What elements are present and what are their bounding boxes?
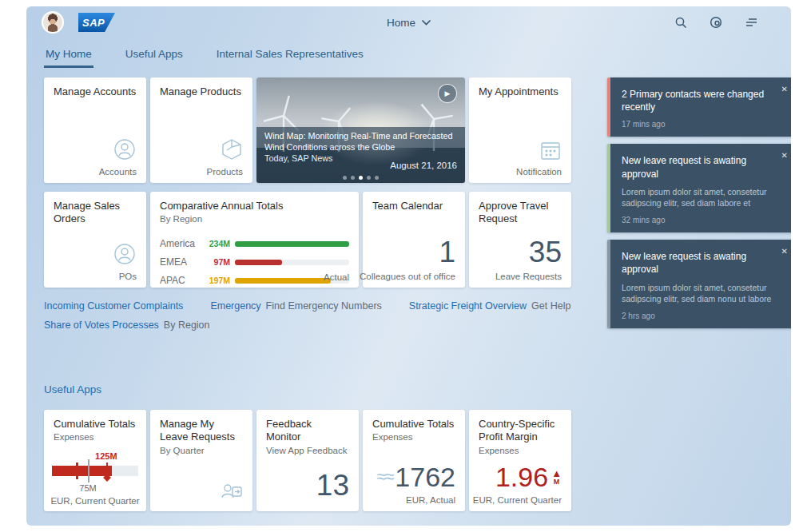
link-subtitle: Get Help: [531, 300, 570, 312]
notification-card[interactable]: New leave request is awating approval Lo…: [607, 240, 791, 328]
play-button-icon[interactable]: ▶: [438, 84, 457, 103]
tile-footer: POs: [113, 242, 137, 281]
tile-manage-products[interactable]: Manage Products Products: [150, 77, 252, 183]
tile-subtitle: View App Feedback: [266, 446, 349, 455]
notification-time: 2 hrs ago: [622, 312, 784, 320]
carousel-dot-active[interactable]: [359, 176, 363, 180]
tile-title: Cumulative Totals: [54, 418, 137, 431]
carousel-dot[interactable]: [375, 176, 379, 180]
kpi-value: 1.96: [495, 463, 548, 490]
kpi-group: 1.96 ▲ M: [495, 463, 562, 490]
tile-manage-my-leave-requests[interactable]: Manage My Leave Requests By Quarter: [150, 410, 252, 511]
kpi-footer: Leave Requests: [495, 272, 562, 281]
tile-country-specific-profit-margin[interactable]: Country-Specific Profit Margin Expenses …: [469, 410, 571, 511]
bullet-marker: [76, 463, 78, 479]
tile-footer: Products: [207, 137, 243, 177]
bullet-bar: [52, 466, 112, 476]
bar-category: America: [160, 238, 205, 249]
kpi-footer: Colleagues out of office: [360, 272, 455, 281]
copilot-icon[interactable]: [709, 15, 723, 30]
tile-manage-accounts[interactable]: Manage Accounts Accounts: [44, 77, 146, 183]
link-incoming-customer-complaints[interactable]: Incoming Customer Complaints: [44, 300, 183, 312]
bar-row: EMEA 97M: [160, 256, 349, 268]
carousel-dot[interactable]: [343, 176, 347, 180]
link-line-2: Share of Votes ProcessesBy Region: [44, 320, 595, 331]
close-icon[interactable]: ✕: [781, 151, 788, 160]
tile-footer: EUR, Current Quarter: [44, 496, 146, 506]
calendar-icon: [539, 139, 562, 161]
tile-title: Cumulative Totals: [372, 418, 455, 431]
notification-body: Lorem ipsum dolor sit amet, consetetur s…: [622, 186, 784, 209]
link-strategic-freight-overview[interactable]: Strategic Freight OverviewGet Help: [409, 300, 571, 312]
tab-internal-sales-representatives[interactable]: Internal Sales Representatives: [215, 40, 365, 68]
horizontal-bar-chart: America 234M EMEA 97M APAC 197M: [160, 238, 349, 293]
kpi-value: 1762: [395, 463, 455, 490]
tile-team-calendar[interactable]: Team Calendar 1 Colleagues out of office: [363, 192, 465, 288]
bar-track: [235, 241, 349, 247]
tab-my-home[interactable]: My Home: [44, 40, 93, 68]
notification-title: New leave request is awating approval: [622, 250, 784, 276]
close-icon[interactable]: ✕: [781, 247, 788, 256]
tile-feedback-monitor[interactable]: Feedback Monitor View App Feedback 13: [256, 410, 359, 511]
news-text: Wind Map: Monitoring Real-Time and Forec…: [264, 130, 457, 163]
tile-title: Manage Sales Orders: [54, 200, 137, 226]
notification-card[interactable]: New leave request is awating approval Lo…: [607, 144, 791, 232]
tile-title: Manage My Leave Requests: [160, 418, 243, 444]
tile-row-1: Manage Accounts Accounts Manage Products…: [44, 77, 572, 183]
tile-subtitle: Expenses: [54, 432, 137, 442]
link-subtitle: By Region: [164, 320, 210, 331]
tile-subtitle: By Quarter: [160, 446, 243, 455]
chart-title: Comparative Annual Totals: [160, 200, 349, 212]
link-line-1: Incoming Customer Complaints EmergencyFi…: [44, 300, 595, 312]
carousel-dot[interactable]: [367, 176, 371, 180]
kpi-footer: EUR, Actual: [406, 495, 455, 505]
carousel-dots: [256, 176, 465, 180]
tile-footer: [221, 481, 243, 505]
notification-time: 17 mins ago: [622, 120, 784, 129]
person-icon: [113, 242, 137, 266]
kpi-group: ≈≈ 1762: [376, 463, 455, 490]
kpi-value: 35: [529, 237, 562, 267]
bullet-threshold: [88, 459, 89, 482]
shell-header: SAP Home: [26, 6, 791, 38]
bar-row: America 234M: [160, 238, 349, 249]
bar: [235, 260, 282, 265]
tile-footer-label: POs: [113, 272, 137, 281]
tile-row-2: Manage Sales Orders POs Comparative Annu…: [44, 192, 572, 288]
tile-subtitle: Expenses: [372, 432, 455, 442]
tile-footer-label: Accounts: [99, 167, 137, 177]
notification-time: 32 mins ago: [622, 216, 784, 224]
tile-cumulative-totals-bullet[interactable]: Cumulative Totals Expenses 125M 75M EUR,…: [44, 410, 146, 511]
bar-value: 197M: [205, 276, 235, 285]
user-avatar[interactable]: [42, 11, 64, 34]
tile-footer-label: Products: [207, 167, 243, 177]
notification-body: Lorem ipsum dolor sit amet, consetetur s…: [622, 282, 784, 305]
sap-logo[interactable]: SAP: [78, 13, 115, 32]
shell-actions: [674, 15, 759, 30]
tile-title: Country-Specific Profit Margin: [479, 418, 562, 444]
search-icon[interactable]: [674, 16, 688, 30]
tile-cumulative-totals-actual[interactable]: Cumulative Totals Expenses ≈≈ 1762 EUR, …: [363, 410, 465, 511]
add-employee-icon: [221, 481, 243, 502]
link-emergency[interactable]: EmergencyFind Emergency Numbers: [210, 300, 381, 312]
home-menu-button[interactable]: Home: [387, 17, 431, 29]
notification-card[interactable]: 2 Primary contacts were changed recently…: [607, 77, 791, 137]
close-icon[interactable]: ✕: [781, 85, 788, 93]
chevron-down-icon: [421, 19, 431, 26]
home-menu-label: Home: [387, 17, 415, 29]
tile-manage-sales-orders[interactable]: Manage Sales Orders POs: [44, 192, 146, 288]
tile-news-wind-map[interactable]: ▶ Wind Map: Monitoring Real-Time and For…: [256, 77, 465, 183]
tile-footer: Notification: [516, 139, 562, 177]
tile-title: Feedback Monitor: [266, 418, 349, 444]
kpi-footer: EUR, Current Quarter: [473, 495, 562, 505]
tile-comparative-annual-totals[interactable]: Comparative Annual Totals By Region Amer…: [150, 192, 359, 288]
chart-subtitle: By Region: [160, 214, 349, 224]
link-share-of-votes-processes[interactable]: Share of Votes ProcessesBy Region: [44, 320, 210, 331]
notification-list-icon[interactable]: [744, 16, 759, 29]
tile-approve-travel-request[interactable]: Approve Travel Request 35 Leave Requests: [469, 192, 571, 288]
tab-useful-apps[interactable]: Useful Apps: [124, 40, 185, 68]
tile-my-appointments[interactable]: My Appointments Notification: [469, 77, 571, 183]
tile-title: Manage Accounts: [54, 85, 137, 98]
carousel-dot[interactable]: [351, 176, 355, 180]
news-headline: Wind Map: Monitoring Real-Time and Forec…: [264, 130, 457, 153]
